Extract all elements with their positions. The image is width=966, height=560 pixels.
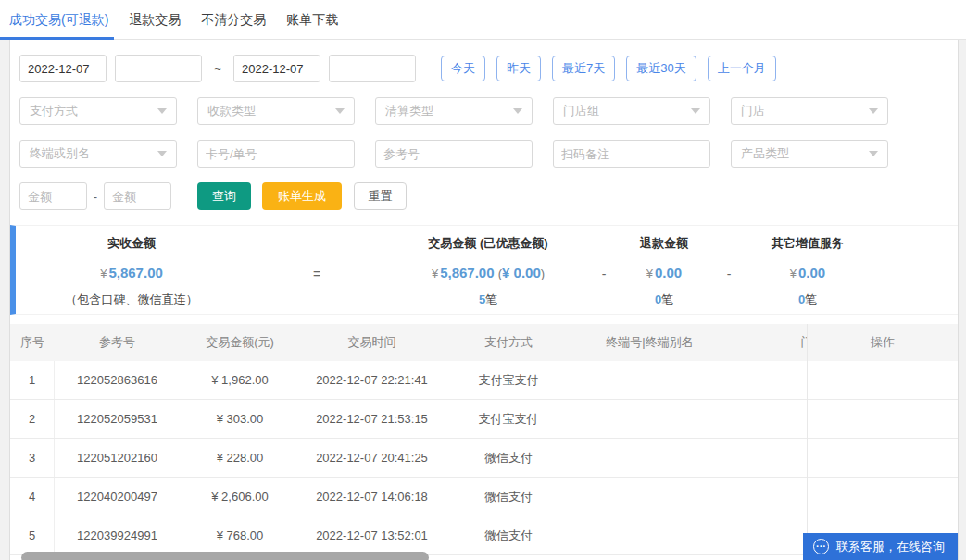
reset-button[interactable]: 重置 <box>354 182 407 210</box>
refund-amount-value: ¥0.00 <box>646 265 682 280</box>
trade-amount-value: ¥5,867.00 (¥ 0.00) <box>432 265 545 280</box>
amount-min-input[interactable] <box>19 182 87 210</box>
date-preset-group: 今天 昨天 最近7天 最近30天 上一个月 <box>441 56 787 81</box>
table-row: 5 122039924991 ¥ 768.00 2022-12-07 13:52… <box>10 516 807 555</box>
search-button[interactable]: 查询 <box>197 182 251 210</box>
summary-vas-amount: 其它增值服务 ¥0.00 0笔 <box>747 226 868 314</box>
amount-range-dash: - <box>87 190 104 204</box>
refund-count: 0笔 <box>655 292 673 308</box>
actions-fixed-column: 操作 <box>807 324 958 555</box>
store-group-select[interactable]: 门店组 <box>553 97 710 125</box>
minus-separator: - <box>590 226 618 314</box>
received-amount-value: ¥5,867.00 <box>100 265 163 280</box>
generate-bill-button[interactable]: 账单生成 <box>262 182 342 210</box>
amount-action-row: - 查询 账单生成 重置 <box>19 182 948 210</box>
preset-lastmonth-button[interactable]: 上一个月 <box>708 56 776 81</box>
store-select[interactable]: 门店 <box>731 97 888 125</box>
table-scroll-area: 序号 参考号 交易金额(元) 交易时间 支付方式 终端号|终端别名 门店 1 1… <box>10 324 807 555</box>
filter-section: ~ 今天 昨天 最近7天 最近30天 上一个月 支付方式 收款类型 清算类型 <box>10 40 958 210</box>
card-number-input[interactable] <box>197 140 355 168</box>
action-cell <box>808 439 958 478</box>
col-header-amount: 交易金额(元) <box>180 324 300 361</box>
summary-refund-amount: 退款金额 ¥0.00 0笔 <box>618 226 710 314</box>
table-header-row: 序号 参考号 交易金额(元) 交易时间 支付方式 终端号|终端别名 门店 <box>10 324 807 361</box>
payment-method-select[interactable]: 支付方式 <box>19 97 177 125</box>
start-date-input[interactable] <box>19 55 107 82</box>
chevron-down-icon <box>691 108 700 114</box>
preset-last7days-button[interactable]: 最近7天 <box>552 56 615 81</box>
chevron-down-icon <box>513 108 522 114</box>
filter-row-selects: 支付方式 收款类型 清算类型 门店组 门店 <box>19 97 948 125</box>
transactions-table: 序号 参考号 交易金额(元) 交易时间 支付方式 终端号|终端别名 门店 1 1… <box>10 324 958 557</box>
col-header-store: 门店 <box>726 324 807 361</box>
tab-successful-transactions[interactable]: 成功交易(可退款) <box>9 0 108 40</box>
equals-separator: = <box>247 226 386 314</box>
chevron-down-icon <box>157 108 167 114</box>
contact-support-button[interactable]: ··· 联系客服，在线咨询 <box>803 533 958 560</box>
action-cell <box>808 400 958 439</box>
amount-max-input[interactable] <box>104 182 171 210</box>
col-header-payment-method: 支付方式 <box>444 324 573 361</box>
minus-separator: - <box>710 226 747 314</box>
col-header-terminal: 终端号|终端别名 <box>573 324 726 361</box>
chevron-down-icon <box>869 151 878 156</box>
vas-amount-value: ¥0.00 <box>790 265 825 280</box>
col-header-reference: 参考号 <box>55 324 180 361</box>
start-time-input[interactable] <box>115 55 202 82</box>
vas-count: 0笔 <box>798 292 817 308</box>
summary-bar: 实收金额 ¥5,867.00 （包含口碑、微信直连） = 交易金额 (已优惠金额… <box>10 225 958 315</box>
preset-today-button[interactable]: 今天 <box>441 56 485 81</box>
horizontal-scrollbar <box>10 551 807 560</box>
filter-row-inputs: 终端或别名 产品类型 <box>19 140 948 168</box>
tab-refund-transactions[interactable]: 退款交易 <box>129 0 181 40</box>
table-row: 2 122052059531 ¥ 303.00 2022-12-07 21:53… <box>10 400 807 439</box>
col-header-time: 交易时间 <box>300 324 444 361</box>
summary-trade-amount: 交易金额 (已优惠金额) ¥5,867.00 (¥ 0.00) 5笔 <box>386 226 590 314</box>
chevron-down-icon <box>335 108 345 114</box>
action-cell <box>808 478 958 516</box>
table-row: 3 122051202160 ¥ 228.00 2022-12-07 20:41… <box>10 439 807 478</box>
contact-support-label: 联系客服，在线咨询 <box>836 539 945 555</box>
scrollbar-thumb[interactable] <box>21 552 429 560</box>
summary-received-amount: 实收金额 ¥5,867.00 （包含口碑、微信直连） <box>16 226 247 314</box>
scan-note-input[interactable] <box>553 140 710 168</box>
reference-number-input[interactable] <box>375 140 533 168</box>
trade-count: 5笔 <box>479 292 497 308</box>
table-row: 1 122052863616 ¥ 1,962.00 2022-12-07 22:… <box>10 361 807 400</box>
preset-yesterday-button[interactable]: 昨天 <box>496 56 541 81</box>
received-amount-note: （包含口碑、微信直连） <box>66 292 198 308</box>
preset-last30days-button[interactable]: 最近30天 <box>626 56 696 81</box>
chat-dots-icon: ··· <box>813 539 829 554</box>
date-range-separator: ~ <box>210 62 225 76</box>
action-cell <box>808 361 958 400</box>
end-time-input[interactable] <box>329 55 416 82</box>
date-filter-row: ~ 今天 昨天 最近7天 最近30天 上一个月 <box>19 55 948 82</box>
chevron-down-icon <box>157 151 167 156</box>
settlement-type-select[interactable]: 清算类型 <box>375 97 533 125</box>
product-type-select[interactable]: 产品类型 <box>731 140 888 168</box>
end-date-input[interactable] <box>233 55 320 82</box>
tab-bar: 成功交易(可退款) 退款交易 不清分交易 账单下载 <box>0 0 966 40</box>
collection-type-select[interactable]: 收款类型 <box>197 97 355 125</box>
tab-bill-download[interactable]: 账单下载 <box>286 0 338 40</box>
terminal-alias-select[interactable]: 终端或别名 <box>19 140 177 168</box>
main-panel: ~ 今天 昨天 最近7天 最近30天 上一个月 支付方式 收款类型 清算类型 <box>9 40 959 560</box>
tab-unsettled-transactions[interactable]: 不清分交易 <box>201 0 266 40</box>
table-row: 4 122040200497 ¥ 2,606.00 2022-12-07 14:… <box>10 478 807 516</box>
col-header-actions: 操作 <box>808 324 958 361</box>
chevron-down-icon <box>869 108 878 114</box>
col-header-index: 序号 <box>10 324 55 361</box>
